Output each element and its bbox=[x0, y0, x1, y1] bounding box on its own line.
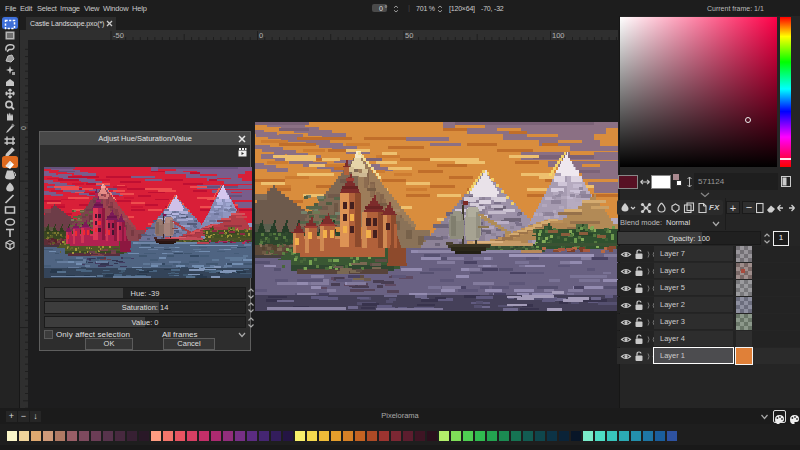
svg-text:50: 50 bbox=[405, 31, 413, 40]
svg-text:0: 0 bbox=[259, 31, 263, 40]
svg-text:100: 100 bbox=[552, 31, 565, 40]
svg-text:-50: -50 bbox=[113, 31, 124, 40]
svg-text:0: 0 bbox=[20, 126, 27, 130]
